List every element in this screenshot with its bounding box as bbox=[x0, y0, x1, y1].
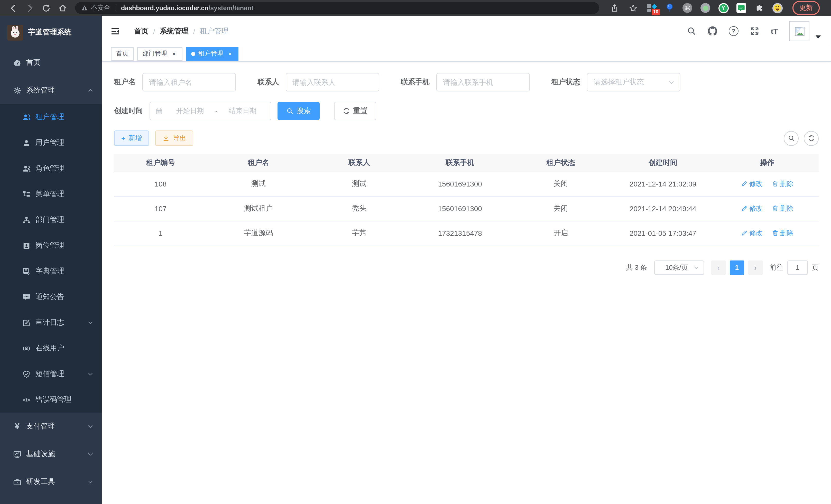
github-icon[interactable] bbox=[708, 26, 717, 36]
address-bar[interactable]: 不安全 dashboard.yudao.iocoder.cn/system/te… bbox=[75, 2, 599, 14]
sidebar-item-tenant[interactable]: 租户管理 bbox=[0, 104, 102, 130]
url-path: /system/tenant bbox=[208, 4, 253, 11]
bookmark-star-icon[interactable] bbox=[629, 3, 638, 12]
tab-home[interactable]: 首页 bbox=[111, 47, 134, 60]
sidebar-item-menu[interactable]: 菜单管理 bbox=[0, 181, 102, 207]
share-icon[interactable] bbox=[610, 3, 619, 12]
refresh-icon bbox=[343, 108, 350, 115]
edit-link[interactable]: 修改 bbox=[741, 229, 763, 238]
extension-command-icon[interactable]: ⌘ bbox=[682, 3, 693, 13]
pen-icon bbox=[741, 230, 748, 237]
status-value: 关闭 bbox=[511, 172, 610, 196]
contact-input[interactable] bbox=[286, 73, 379, 91]
collapse-sidebar-icon[interactable] bbox=[110, 26, 121, 36]
chevron-down-icon bbox=[87, 320, 93, 326]
refresh-table-button[interactable] bbox=[804, 131, 819, 146]
reset-button[interactable]: 重置 bbox=[334, 102, 376, 120]
prev-page-button[interactable]: ‹ bbox=[711, 260, 726, 275]
tab-dept[interactable]: 部门管理× bbox=[137, 47, 182, 60]
edit-link[interactable]: 修改 bbox=[741, 179, 763, 188]
add-button[interactable]: + 新增 bbox=[114, 130, 149, 146]
calendar-icon bbox=[155, 107, 163, 115]
close-icon[interactable]: × bbox=[227, 50, 233, 57]
dictionary-icon bbox=[22, 267, 31, 276]
col-status: 租户状态 bbox=[511, 154, 610, 172]
sidebar-item-audit-log[interactable]: 审计日志 bbox=[0, 310, 102, 335]
sidebar-item-infra[interactable]: 基础设施 bbox=[0, 440, 102, 468]
avatar[interactable] bbox=[790, 21, 809, 41]
browser-home-icon[interactable] bbox=[58, 3, 67, 12]
screen: 不安全 dashboard.yudao.iocoder.cn/system/te… bbox=[0, 0, 831, 504]
sidebar-item-pay[interactable]: ¥ 支付管理 bbox=[0, 413, 102, 440]
gauge-icon bbox=[13, 58, 22, 67]
sidebar-item-role[interactable]: 角色管理 bbox=[0, 156, 102, 181]
app-title: 芋道管理系统 bbox=[28, 28, 71, 37]
search-icon[interactable] bbox=[687, 26, 696, 36]
app-logo-row[interactable]: 芋道管理系统 bbox=[0, 16, 102, 49]
current-page[interactable]: 1 bbox=[730, 260, 744, 275]
tab-tenant[interactable]: 租户管理× bbox=[186, 47, 238, 60]
breadcrumb-home[interactable]: 首页 bbox=[134, 26, 148, 36]
extension-y-icon[interactable]: Y bbox=[718, 3, 729, 13]
chevron-down-icon bbox=[693, 264, 699, 270]
chrome-update-button[interactable]: 更新 bbox=[793, 1, 820, 15]
browser-reload-icon[interactable] bbox=[41, 3, 51, 12]
sidebar-item-system[interactable]: 系统管理 bbox=[0, 77, 102, 104]
profile-emoji-avatar[interactable] bbox=[772, 3, 783, 13]
delete-link[interactable]: 删除 bbox=[772, 229, 794, 238]
sidebar-item-devtools[interactable]: 研发工具 bbox=[0, 468, 102, 496]
extension-balloon-icon[interactable] bbox=[664, 3, 675, 13]
sidebar-item-notice[interactable]: 通知公告 bbox=[0, 284, 102, 310]
browser-menu-icon[interactable]: ⋮ bbox=[825, 3, 831, 12]
browser-back-icon[interactable] bbox=[9, 3, 18, 12]
col-actions: 操作 bbox=[716, 154, 819, 172]
sidebar-item-online-users[interactable]: 在线用户 bbox=[0, 335, 102, 361]
edit-link[interactable]: 修改 bbox=[741, 204, 763, 213]
filter-row-1: 租户名 联系人 联系手机 租户状态 请选择租户状态 bbox=[114, 73, 819, 91]
trash-icon bbox=[772, 205, 779, 212]
mobile-input[interactable] bbox=[436, 73, 530, 91]
id-badge-icon bbox=[22, 241, 31, 250]
shield-check-icon bbox=[22, 369, 31, 378]
sidebar-item-errcode[interactable]: </> 错误码管理 bbox=[0, 387, 102, 413]
browser-actions: 10 ⌘ Y 更新 ⋮ bbox=[606, 1, 831, 15]
edit-log-icon bbox=[22, 318, 31, 327]
monitor-icon bbox=[13, 450, 22, 458]
chevron-down-icon bbox=[87, 479, 93, 485]
help-icon[interactable]: ? bbox=[729, 26, 739, 36]
pagination: 共 3 条 10条/页 ‹ 1 › 前往 页 bbox=[114, 260, 819, 275]
page-size-select[interactable]: 10条/页 bbox=[654, 260, 704, 275]
fullscreen-icon[interactable] bbox=[750, 26, 760, 36]
status-select[interactable]: 请选择租户状态 bbox=[587, 73, 681, 91]
extension-chat-icon[interactable] bbox=[736, 3, 747, 13]
search-button[interactable]: 搜索 bbox=[278, 102, 320, 120]
toggle-search-button[interactable] bbox=[784, 131, 799, 146]
goto-page-input[interactable] bbox=[787, 260, 808, 275]
sidebar-item-post[interactable]: 岗位管理 bbox=[0, 233, 102, 259]
status-label: 租户状态 bbox=[551, 78, 580, 87]
sidebar-item-dept[interactable]: 部门管理 bbox=[0, 207, 102, 233]
breadcrumb-system[interactable]: 系统管理 bbox=[160, 26, 189, 36]
total-count: 共 3 条 bbox=[626, 263, 647, 272]
close-icon[interactable]: × bbox=[171, 50, 177, 57]
delete-link[interactable]: 删除 bbox=[772, 179, 794, 188]
date-range-input[interactable]: 开始日期 - 结束日期 bbox=[149, 102, 271, 120]
font-size-icon[interactable]: tT bbox=[771, 27, 778, 35]
goto-prefix: 前往 bbox=[770, 263, 783, 272]
extension-green-dot-icon[interactable] bbox=[700, 3, 711, 13]
tenant-name-input[interactable] bbox=[142, 73, 236, 91]
sidebar-item-home[interactable]: 首页 bbox=[0, 49, 102, 77]
sidebar-item-user[interactable]: 用户管理 bbox=[0, 130, 102, 156]
next-page-button[interactable]: › bbox=[748, 260, 763, 275]
search-icon bbox=[286, 108, 293, 115]
delete-link[interactable]: 删除 bbox=[772, 204, 794, 213]
search-icon bbox=[787, 135, 795, 142]
browser-forward-icon[interactable] bbox=[25, 3, 34, 12]
export-button[interactable]: 导出 bbox=[155, 130, 193, 146]
sidebar-item-dict[interactable]: 字典管理 bbox=[0, 259, 102, 284]
extensions-puzzle-icon[interactable] bbox=[754, 3, 765, 13]
extension-tiles-icon[interactable]: 10 bbox=[646, 3, 657, 13]
online-user-icon bbox=[22, 344, 31, 353]
sidebar-item-sms[interactable]: 短信管理 bbox=[0, 361, 102, 387]
avatar-dropdown-caret[interactable] bbox=[815, 35, 821, 38]
